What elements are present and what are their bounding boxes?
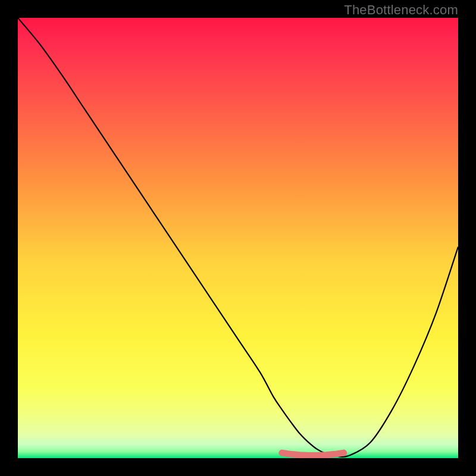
chart-frame: TheBottleneck.com (0, 0, 476, 476)
bottleneck-chart (18, 18, 458, 458)
gradient-background (18, 18, 458, 458)
valley-marker (282, 453, 344, 455)
attribution-watermark: TheBottleneck.com (344, 2, 458, 18)
plot-area (18, 18, 458, 458)
